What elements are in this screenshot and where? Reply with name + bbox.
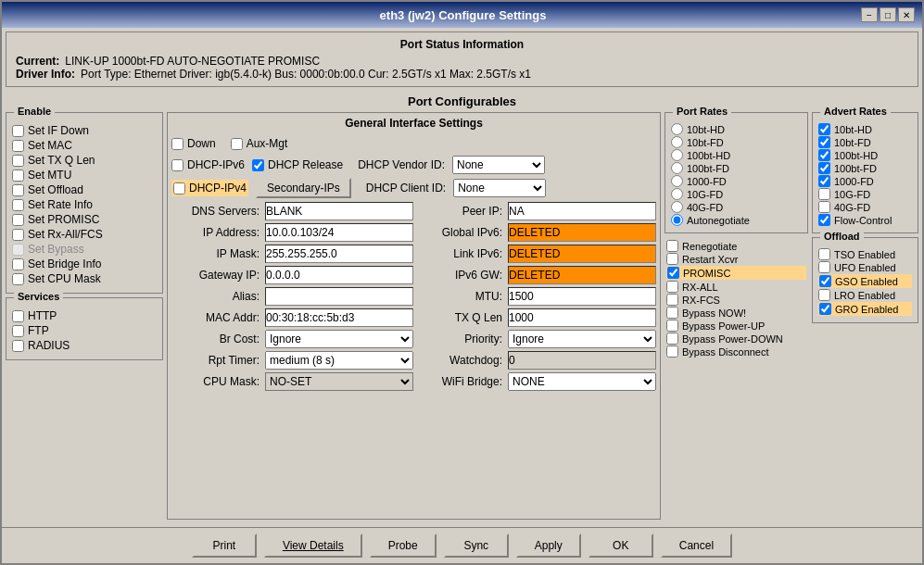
advert-1000-fd[interactable]: 1000-FD [818, 175, 912, 187]
tso-enabled-item[interactable]: TSO Enabled [818, 248, 912, 260]
set-rate-info-checkbox[interactable] [12, 199, 24, 211]
tx-q-len-input[interactable] [508, 308, 656, 327]
ftp-checkbox[interactable] [12, 325, 24, 337]
renegotiate-item[interactable]: Renegotiate [666, 240, 806, 252]
rate-100bt-hd[interactable]: 100bt-HD [671, 149, 802, 161]
enable-set-offload[interactable]: Set Offload [12, 183, 157, 196]
down-checkbox-item[interactable]: Down [171, 137, 216, 150]
advert-10g-fd[interactable]: 10G-FD [818, 188, 912, 200]
enable-set-cpu-mask[interactable]: Set CPU Mask [12, 272, 157, 285]
set-if-down-checkbox[interactable] [12, 125, 24, 137]
aux-mgt-checkbox-item[interactable]: Aux-Mgt [231, 137, 288, 150]
rate-10bt-hd[interactable]: 10bt-HD [671, 123, 802, 135]
http-checkbox[interactable] [12, 310, 24, 322]
gro-enabled-item[interactable]: GRO Enabled [818, 302, 912, 316]
ufo-enabled-item[interactable]: UFO Enabled [818, 261, 912, 273]
service-http[interactable]: HTTP [12, 309, 157, 322]
view-details-button[interactable]: View Details [264, 534, 362, 558]
advert-10bt-fd[interactable]: 10bt-FD [818, 136, 912, 148]
ipv6-gw-input[interactable] [508, 266, 656, 284]
down-checkbox[interactable] [171, 138, 184, 150]
advert-flow-control[interactable]: Flow-Control [818, 214, 912, 226]
advert-10bt-hd[interactable]: 10bt-HD [818, 123, 912, 135]
rx-all-item[interactable]: RX-ALL [666, 281, 806, 293]
bypass-power-down-item[interactable]: Bypass Power-DOWN [666, 333, 806, 345]
mac-addr-input[interactable] [265, 308, 413, 327]
set-tx-q-len-checkbox[interactable] [12, 155, 24, 167]
bypass-power-up-item[interactable]: Bypass Power-UP [666, 320, 806, 332]
rate-10bt-fd[interactable]: 10bt-FD [671, 136, 802, 148]
dhcp-ipv6-checkbox[interactable] [171, 159, 184, 171]
rate-1000-fd[interactable]: 1000-FD [671, 175, 802, 187]
lro-enabled-item[interactable]: LRO Enabled [818, 289, 912, 301]
advert-40g-fd[interactable]: 40G-FD [818, 201, 912, 213]
ok-button[interactable]: OK [589, 534, 653, 558]
advert-100bt-fd[interactable]: 100bt-FD [818, 162, 912, 174]
sync-button[interactable]: Sync [444, 534, 509, 558]
enable-set-mtu[interactable]: Set MTU [12, 169, 157, 182]
priority-select[interactable]: Ignore [508, 330, 656, 348]
dhcp-ipv6-item[interactable]: DHCP-IPv6 [171, 158, 245, 171]
set-cpu-mask-checkbox[interactable] [12, 273, 24, 285]
service-ftp[interactable]: FTP [12, 324, 157, 337]
enable-set-mac[interactable]: Set MAC [12, 139, 157, 152]
dns-servers-input[interactable] [265, 202, 413, 220]
bypass-disconnect-item[interactable]: Bypass Disconnect [666, 345, 806, 358]
radius-checkbox[interactable] [12, 340, 24, 352]
enable-set-tx-q-len[interactable]: Set TX Q Len [12, 154, 157, 167]
probe-button[interactable]: Probe [370, 534, 437, 558]
global-ipv6-input[interactable] [508, 223, 656, 242]
minimize-button[interactable]: − [861, 7, 878, 22]
dhcp-release-item[interactable]: DHCP Release [252, 158, 343, 171]
ip-mask-input[interactable] [265, 245, 413, 263]
rpt-timer-select[interactable]: medium (8 s) [265, 351, 413, 370]
enable-set-rate-info[interactable]: Set Rate Info [12, 198, 157, 211]
wifi-bridge-select[interactable]: NONE [508, 372, 656, 391]
enable-set-promisc[interactable]: Set PROMISC [12, 213, 157, 226]
service-radius[interactable]: RADIUS [12, 339, 157, 352]
set-mac-checkbox[interactable] [12, 140, 24, 152]
rx-fcs-item[interactable]: RX-FCS [666, 294, 806, 306]
link-ipv6-input[interactable] [508, 245, 656, 263]
advert-100bt-hd[interactable]: 100bt-HD [818, 149, 912, 161]
dhcp-release-checkbox[interactable] [252, 159, 264, 171]
ip-address-input[interactable] [265, 223, 413, 242]
set-bypass-checkbox[interactable] [12, 244, 24, 256]
set-bridge-info-checkbox[interactable] [12, 258, 24, 270]
rate-40g-fd[interactable]: 40G-FD [671, 201, 802, 213]
enable-set-rx-all-fcs[interactable]: Set Rx-All/FCS [12, 228, 157, 241]
apply-button[interactable]: Apply [516, 534, 581, 558]
dhcp-client-id-select[interactable]: None [453, 179, 546, 197]
cancel-button[interactable]: Cancel [661, 534, 732, 558]
alias-input[interactable] [265, 287, 413, 306]
aux-mgt-checkbox[interactable] [231, 138, 243, 150]
mtu-input[interactable] [508, 287, 656, 306]
print-button[interactable]: Print [192, 534, 257, 558]
set-rx-all-fcs-checkbox[interactable] [12, 229, 24, 241]
restart-xcvr-item[interactable]: Restart Xcvr [666, 253, 806, 265]
enable-set-bridge-info[interactable]: Set Bridge Info [12, 257, 157, 270]
rate-100bt-fd[interactable]: 100bt-FD [671, 162, 802, 174]
dhcp-vendor-id-select[interactable]: None [452, 156, 545, 174]
dhcp-ipv4-item[interactable]: DHCP-IPv4 [171, 180, 248, 196]
bypass-now-item[interactable]: Bypass NOW! [666, 307, 806, 319]
set-promisc-checkbox[interactable] [12, 214, 24, 226]
br-cost-select[interactable]: Ignore [265, 330, 413, 348]
title-bar-buttons: − □ ✕ [861, 7, 915, 22]
dhcp-ipv4-checkbox[interactable] [173, 182, 185, 195]
rate-10g-fd[interactable]: 10G-FD [671, 188, 802, 200]
secondary-ips-button[interactable]: Secondary-IPs [256, 178, 351, 198]
close-button[interactable]: ✕ [898, 7, 915, 22]
gso-enabled-item[interactable]: GSO Enabled [818, 274, 912, 288]
maximize-button[interactable]: □ [880, 7, 896, 22]
set-offload-checkbox[interactable] [12, 184, 24, 196]
watchdog-input[interactable] [508, 351, 656, 370]
enable-set-bypass[interactable]: Set Bypass [12, 243, 157, 256]
set-mtu-checkbox[interactable] [12, 170, 24, 182]
rate-autoneg[interactable]: Autonegotiate [671, 214, 802, 226]
promisc-item[interactable]: PROMISC [666, 266, 806, 280]
enable-set-if-down[interactable]: Set IF Down [12, 124, 157, 137]
peer-ip-input[interactable] [508, 202, 656, 220]
gateway-ip-input[interactable] [265, 266, 413, 284]
cpu-mask-select[interactable]: NO-SET [265, 372, 413, 391]
